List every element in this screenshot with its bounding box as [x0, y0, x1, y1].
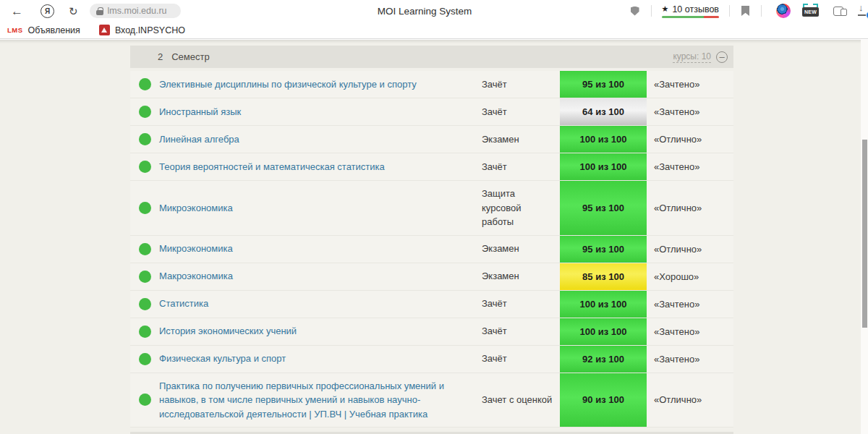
- subject-link[interactable]: Микроэкономика: [159, 201, 233, 216]
- table-row: Практика по получению первичных професси…: [130, 373, 733, 428]
- score-badge: 100 из 100: [560, 291, 647, 318]
- score-badge: 95 из 100: [560, 71, 647, 98]
- toolbar-divider: [729, 5, 730, 17]
- table-row: Микроэкономика Защита курсовой работы 95…: [130, 181, 733, 236]
- toolbar-right-cluster: ★ 10 отзывов NEW ↓ 2: [631, 0, 868, 22]
- bookmarks-bar: LMS Объявления Вход.INPSYCHO: [0, 22, 868, 39]
- courses-count-link[interactable]: курсы: 10: [673, 51, 711, 63]
- subject-cell: Линейная алгебра: [159, 126, 482, 153]
- table-row: Теория вероятностей и математическая ста…: [130, 153, 733, 181]
- status-cell: [130, 373, 159, 427]
- grade-text: «Отлично»: [647, 373, 733, 427]
- score-badge: 100 из 100: [560, 126, 647, 153]
- subject-link[interactable]: Микроэкономика: [159, 242, 233, 256]
- score-badge: 64 из 100: [560, 98, 647, 125]
- toolbar-divider: [651, 5, 652, 17]
- subject-cell: Микроэкономика: [159, 236, 482, 263]
- yandex-logo-icon[interactable]: Я: [41, 4, 54, 18]
- grades-table: 2 Семестр курсы: 10 – Элективные дисципл…: [130, 46, 733, 434]
- status-dot-icon: [139, 133, 151, 145]
- score-badge: 92 из 100: [560, 346, 647, 373]
- status-dot-icon: [139, 243, 151, 255]
- subject-link[interactable]: Статистика: [159, 297, 208, 311]
- exam-type: Экзамен: [482, 236, 560, 263]
- status-cell: [130, 291, 159, 318]
- inpsycho-favicon: [99, 25, 110, 35]
- status-cell: [130, 263, 159, 290]
- back-button[interactable]: ←: [11, 5, 23, 17]
- collapse-semester-button[interactable]: –: [716, 51, 728, 63]
- protect-icon[interactable]: [631, 7, 639, 16]
- exam-type: Зачёт: [482, 291, 560, 318]
- page-content: 2 Семестр курсы: 10 – Элективные дисципл…: [0, 40, 868, 434]
- subject-cell: Практика по получению первичных професси…: [159, 373, 482, 427]
- subject-link[interactable]: История экономических учений: [159, 324, 297, 339]
- subject-cell: Статистика: [159, 291, 482, 318]
- exam-type: Зачёт: [482, 98, 560, 125]
- score-badge: 95 из 100: [560, 236, 647, 263]
- download-icon: ↓: [859, 2, 864, 13]
- table-row: Микроэкономика Экзамен 95 из 100 «Отличн…: [130, 236, 733, 263]
- subject-cell: История экономических учений: [159, 318, 482, 345]
- score-badge: 85 из 100: [560, 263, 647, 290]
- grade-text: «Зачтено»: [647, 318, 733, 345]
- status-dot-icon: [139, 106, 151, 118]
- grade-text: «Отлично»: [647, 181, 733, 235]
- exam-type: Зачёт: [482, 153, 560, 180]
- bookmark-item-inpsycho-login[interactable]: Вход.INPSYCHO: [99, 25, 185, 35]
- status-dot-icon: [139, 353, 151, 365]
- refresh-button[interactable]: ↻: [69, 6, 78, 17]
- grade-text: «Отлично»: [647, 126, 733, 153]
- table-row: Элективные дисциплины по физической куль…: [130, 71, 733, 98]
- table-row: Иностранный язык Зачёт 64 из 100 «Зачтен…: [130, 98, 733, 126]
- subject-link[interactable]: Практика по получению первичных професси…: [159, 379, 461, 422]
- subject-link[interactable]: Элективные дисциплины по физической куль…: [159, 77, 417, 92]
- bookmark-item-announcements[interactable]: LMS Объявления: [7, 25, 80, 35]
- subject-link[interactable]: Физическая культура и спорт: [159, 352, 286, 366]
- collections-icon[interactable]: [833, 7, 843, 16]
- reviews-label: 10 отзывов: [672, 4, 719, 14]
- address-bar[interactable]: lms.moi.edu.ru: [90, 4, 181, 18]
- subject-cell: Микроэкономика: [159, 181, 482, 235]
- scrollbar-thumb[interactable]: [862, 140, 867, 328]
- subject-link[interactable]: Макроэкономика: [159, 269, 233, 284]
- status-dot-icon: [139, 161, 151, 173]
- table-row: Макроэкономика Экзамен 85 из 100 «Хорошо…: [130, 263, 733, 291]
- status-dot-icon: [139, 78, 151, 90]
- browser-toolbar: ← Я ↻ lms.moi.edu.ru MOI Learning System…: [0, 0, 868, 22]
- extension-browser-icon[interactable]: [776, 4, 791, 18]
- exam-type: Зачёт: [482, 318, 560, 345]
- status-dot-icon: [139, 298, 151, 310]
- grades-rows: Элективные дисциплины по физической куль…: [130, 71, 733, 427]
- scrollbar-track[interactable]: [861, 40, 868, 434]
- subject-link[interactable]: Теория вероятностей и математическая ста…: [159, 160, 385, 174]
- bookmark-flag-icon[interactable]: [741, 6, 749, 16]
- screenshot-new-icon[interactable]: NEW: [802, 7, 819, 17]
- bookmark-label: Объявления: [28, 25, 80, 35]
- subject-cell: Теория вероятностей и математическая ста…: [159, 153, 482, 180]
- subject-link[interactable]: Иностранный язык: [159, 105, 241, 119]
- status-cell: [130, 181, 159, 235]
- status-cell: [130, 318, 159, 345]
- subject-link[interactable]: Линейная алгебра: [159, 132, 239, 147]
- score-badge: 95 из 100: [560, 181, 647, 235]
- exam-type: Зачет с оценкой: [482, 373, 560, 427]
- site-reviews-button[interactable]: ★ 10 отзывов: [662, 4, 719, 18]
- exam-type: Зачёт: [482, 71, 560, 98]
- downloads-button[interactable]: ↓ 2: [856, 4, 868, 18]
- reviews-rating-bar: [662, 16, 719, 18]
- semester-2-header: 2 Семестр курсы: 10 –: [130, 46, 733, 68]
- grade-text: «Зачтено»: [647, 98, 733, 125]
- exam-type: Защита курсовой работы: [482, 181, 560, 235]
- status-dot-icon: [139, 271, 151, 283]
- status-cell: [130, 126, 159, 153]
- status-cell: [130, 98, 159, 125]
- subject-cell: Иностранный язык: [159, 98, 482, 125]
- score-badge: 90 из 100: [560, 373, 647, 427]
- status-cell: [130, 71, 159, 98]
- bookmark-label: Вход.INPSYCHO: [115, 25, 185, 35]
- exam-type: Экзамен: [482, 126, 560, 153]
- page-title: MOI Learning System: [378, 0, 472, 22]
- subject-cell: Макроэкономика: [159, 263, 482, 290]
- score-badge: 100 из 100: [560, 153, 647, 180]
